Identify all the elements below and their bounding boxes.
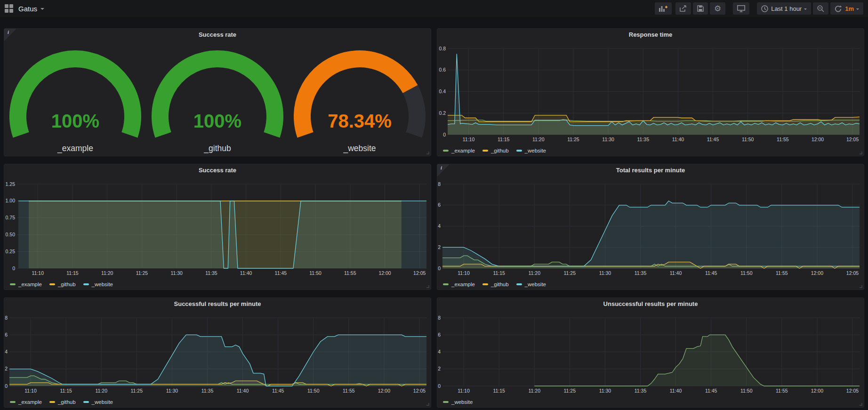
cycle-view-button[interactable] bbox=[733, 2, 749, 15]
chart-area[interactable]: 0246811:1011:1511:2011:2511:3011:3511:40… bbox=[4, 309, 431, 395]
svg-text:11:15: 11:15 bbox=[66, 270, 79, 276]
series-line-_website bbox=[448, 54, 860, 125]
refresh-button[interactable]: 1m bbox=[830, 2, 863, 15]
legend-swatch bbox=[10, 283, 16, 285]
legend-item-_example[interactable]: _example bbox=[443, 281, 475, 287]
chart-response-time[interactable]: 00.20.40.60.811:1011:1511:2011:2511:3011… bbox=[437, 40, 864, 144]
legend-item-_example[interactable]: _example bbox=[10, 399, 42, 405]
panel-title[interactable]: Unsuccessful results per minute bbox=[437, 298, 864, 309]
svg-text:8: 8 bbox=[438, 315, 441, 321]
svg-text:11:15: 11:15 bbox=[60, 388, 72, 394]
legend-label: _website bbox=[451, 399, 473, 405]
legend-item-_example[interactable]: _example bbox=[443, 148, 475, 153]
panel-title[interactable]: Successful results per minute bbox=[4, 298, 431, 309]
panel-resize-handle[interactable] bbox=[426, 152, 429, 154]
panel-info-corner[interactable] bbox=[4, 29, 16, 41]
svg-text:11:55: 11:55 bbox=[776, 388, 788, 394]
chart-area[interactable]: 0246811:1011:1511:2011:2511:3011:3511:40… bbox=[437, 309, 864, 395]
legend-label: _website bbox=[525, 148, 546, 153]
chart-legend: _example_github_website bbox=[443, 148, 554, 153]
svg-text:11:10: 11:10 bbox=[24, 388, 37, 394]
svg-text:0.2: 0.2 bbox=[439, 110, 446, 116]
svg-text:0: 0 bbox=[5, 383, 8, 389]
svg-text:11:45: 11:45 bbox=[272, 388, 284, 394]
svg-text:11:50: 11:50 bbox=[740, 388, 753, 394]
svg-text:0: 0 bbox=[438, 265, 441, 271]
svg-text:11:20: 11:20 bbox=[532, 137, 545, 142]
svg-text:12:05: 12:05 bbox=[846, 388, 859, 394]
settings-button[interactable]: ⚙ bbox=[710, 2, 725, 15]
panel-resize-handle[interactable] bbox=[426, 285, 429, 288]
legend-swatch bbox=[516, 150, 522, 152]
nav-actions: ⚙ Last 1 hour bbox=[653, 2, 863, 15]
chart-legend: _example_github_website bbox=[10, 399, 121, 405]
svg-text:2: 2 bbox=[438, 366, 441, 371]
panel-unsuccessful-results: Unsuccessful results per minute 0246811:… bbox=[437, 297, 864, 408]
zoom-out-icon bbox=[817, 5, 824, 12]
svg-text:11:10: 11:10 bbox=[458, 388, 470, 394]
svg-text:11:10: 11:10 bbox=[458, 270, 470, 276]
svg-text:12:00: 12:00 bbox=[811, 388, 823, 394]
svg-text:6: 6 bbox=[5, 332, 8, 338]
panel-resize-handle[interactable] bbox=[426, 403, 429, 406]
panel-successful-results: Successful results per minute 0246811:10… bbox=[4, 297, 431, 408]
legend-item-_website[interactable]: _website bbox=[443, 399, 473, 405]
gear-icon: ⚙ bbox=[714, 5, 721, 13]
legend-label: _github bbox=[491, 281, 509, 287]
svg-text:4: 4 bbox=[438, 223, 441, 229]
time-range-button[interactable]: Last 1 hour bbox=[757, 2, 811, 15]
svg-text:11:35: 11:35 bbox=[637, 137, 650, 142]
panel-resize-handle[interactable] bbox=[860, 285, 862, 288]
svg-text:2: 2 bbox=[438, 244, 441, 250]
chart-unsuccessful-results[interactable]: 0246811:1011:1511:2011:2511:3011:3511:40… bbox=[437, 309, 864, 395]
legend-item-_github[interactable]: _github bbox=[482, 148, 509, 153]
dashboard-picker[interactable]: Gatus bbox=[5, 4, 44, 13]
chart-area[interactable]: 0246811:1011:1511:2011:2511:3011:3511:40… bbox=[437, 176, 864, 277]
legend-item-_example[interactable]: _example bbox=[10, 281, 42, 287]
panel-title[interactable]: Success rate bbox=[4, 29, 431, 40]
panel-resize-handle[interactable] bbox=[860, 403, 862, 406]
svg-text:11:35: 11:35 bbox=[635, 270, 647, 276]
svg-text:11:20: 11:20 bbox=[528, 270, 540, 276]
legend-item-_website[interactable]: _website bbox=[516, 148, 546, 153]
svg-text:12:00: 12:00 bbox=[812, 137, 824, 142]
legend-item-_website[interactable]: _website bbox=[83, 281, 113, 287]
legend-item-_github[interactable]: _github bbox=[49, 399, 76, 405]
legend-item-_github[interactable]: _github bbox=[49, 281, 76, 287]
svg-text:11:45: 11:45 bbox=[705, 270, 717, 276]
chart-area[interactable]: 00.250.500.751.001.2511:1011:1511:2011:2… bbox=[4, 176, 431, 277]
panel-info-corner[interactable] bbox=[437, 164, 450, 177]
svg-text:11:30: 11:30 bbox=[599, 388, 611, 394]
panel-title[interactable]: Total results per minute bbox=[437, 164, 864, 176]
legend-item-_github[interactable]: _github bbox=[482, 281, 509, 287]
legend-label: _example bbox=[451, 148, 475, 153]
chart-area[interactable]: 00.20.40.60.811:1011:1511:2011:2511:3011… bbox=[437, 40, 864, 144]
svg-text:11:45: 11:45 bbox=[275, 270, 287, 276]
svg-text:12:00: 12:00 bbox=[811, 270, 823, 276]
chevron-down-icon bbox=[804, 8, 807, 10]
save-button[interactable] bbox=[693, 2, 708, 15]
chart-success-rate[interactable]: 00.250.500.751.001.2511:1011:1511:2011:2… bbox=[4, 176, 431, 277]
info-icon: i bbox=[441, 165, 442, 170]
panel-title[interactable]: Success rate bbox=[4, 164, 431, 176]
legend-item-_website[interactable]: _website bbox=[516, 281, 546, 287]
panel-resize-handle[interactable] bbox=[860, 152, 862, 154]
legend-label: _website bbox=[92, 281, 113, 287]
add-panel-button[interactable] bbox=[655, 2, 672, 15]
grafana-apps-icon bbox=[5, 4, 13, 13]
legend-swatch bbox=[49, 401, 55, 403]
zoom-out-button[interactable] bbox=[813, 2, 828, 15]
info-icon: i bbox=[8, 29, 9, 35]
panel-title[interactable]: Response time bbox=[437, 29, 864, 40]
svg-text:11:15: 11:15 bbox=[498, 137, 510, 142]
svg-text:0.8: 0.8 bbox=[439, 46, 446, 51]
svg-text:12:00: 12:00 bbox=[378, 388, 390, 394]
chart-successful-results[interactable]: 0246811:1011:1511:2011:2511:3011:3511:40… bbox=[4, 309, 431, 395]
share-button[interactable] bbox=[675, 2, 691, 15]
chart-total-results[interactable]: 0246811:1011:1511:2011:2511:3011:3511:40… bbox=[437, 176, 864, 277]
svg-text:6: 6 bbox=[438, 332, 441, 338]
series-fill-_website bbox=[534, 335, 860, 386]
legend-item-_website[interactable]: _website bbox=[83, 399, 113, 405]
dashboard-title[interactable]: Gatus bbox=[18, 5, 37, 13]
svg-text:8: 8 bbox=[438, 181, 441, 187]
